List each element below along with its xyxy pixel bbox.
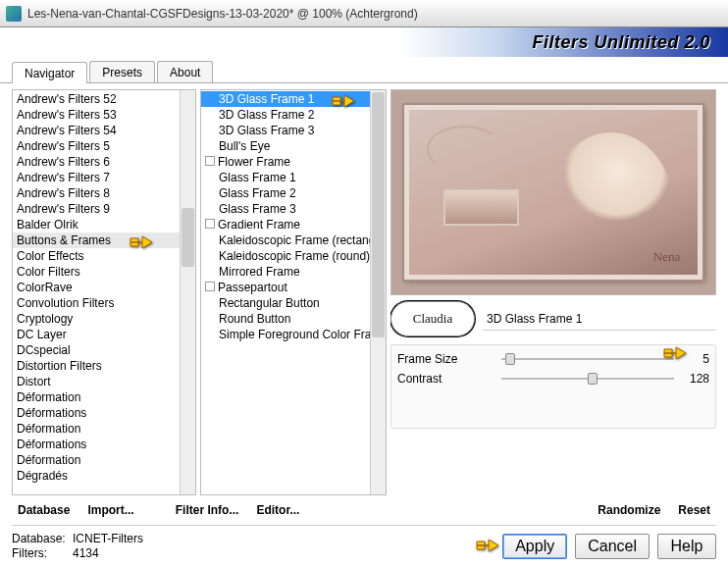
filter-list-pane: 3D Glass Frame 13D Glass Frame 23D Glass… <box>200 89 387 495</box>
slider-thumb[interactable] <box>505 353 515 365</box>
list-item[interactable]: Kaleidoscopic Frame (rectangular) <box>201 232 370 248</box>
author-badge: Claudia <box>390 301 475 336</box>
import-link[interactable]: Import... <box>81 501 139 519</box>
list-item[interactable]: Andrew's Filters 6 <box>13 154 180 170</box>
pointer-icon <box>662 343 688 363</box>
list-item[interactable]: Bull's Eye <box>201 138 370 154</box>
list-item[interactable]: Balder Olrik <box>13 217 180 232</box>
tree-toggle-icon[interactable] <box>205 156 215 166</box>
list-item[interactable]: Andrew's Filters 9 <box>13 201 180 217</box>
current-filter-title: 3D Glass Frame 1 <box>483 308 716 331</box>
filter-title-row: Claudia 3D Glass Frame 1 <box>390 299 716 338</box>
help-button[interactable]: Help <box>657 534 716 559</box>
brand-text: Filters Unlimited 2.0 <box>532 32 710 53</box>
editor-link[interactable]: Editor... <box>250 501 305 519</box>
dialog-button-row: Database:ICNET-Filters Filters:4134 Appl… <box>0 526 728 566</box>
app-window: Les-Nena-van-Chantal-CGSFDesigns-13-03-2… <box>0 0 728 567</box>
status-db-label: Database: <box>12 532 73 545</box>
database-link[interactable]: Database <box>12 501 76 519</box>
category-scrollbar[interactable] <box>180 90 195 494</box>
titlebar[interactable]: Les-Nena-van-Chantal-CGSFDesigns-13-03-2… <box>0 0 728 27</box>
list-item[interactable]: Andrew's Filters 52 <box>13 91 180 107</box>
list-item[interactable]: Round Button <box>201 311 370 327</box>
list-item[interactable]: DC Layer <box>13 327 180 342</box>
tab-strip: Navigator Presets About <box>0 57 728 83</box>
signature-text: Nena <box>653 249 680 265</box>
list-item[interactable]: Passepartout <box>201 280 370 295</box>
brand-bar: Filters Unlimited 2.0 <box>0 27 728 57</box>
list-item[interactable]: Mirrored Frame <box>201 264 370 280</box>
preview-image: Nena <box>390 89 716 295</box>
tab-presets[interactable]: Presets <box>89 61 155 82</box>
inner-frame <box>443 189 518 226</box>
filter-scrollbar[interactable] <box>370 90 386 494</box>
slider-contrast[interactable]: Contrast 128 <box>397 369 709 388</box>
cancel-button[interactable]: Cancel <box>575 534 650 559</box>
list-item[interactable]: Distort <box>13 374 180 389</box>
list-item[interactable]: 3D Glass Frame 3 <box>201 123 370 138</box>
list-item[interactable]: Andrew's Filters 7 <box>13 170 180 185</box>
sliders-panel: Frame Size 5 Contrast 128 <box>390 344 716 429</box>
tree-toggle-icon[interactable] <box>205 282 215 291</box>
list-item[interactable]: Glass Frame 1 <box>201 170 370 185</box>
list-item[interactable]: Déformation <box>13 452 180 468</box>
preview-pane: Nena Claudia 3D Glass Frame 1 Frame Size… <box>390 89 716 495</box>
tree-toggle-icon[interactable] <box>205 219 215 229</box>
list-item[interactable]: Andrew's Filters 8 <box>13 185 180 201</box>
slider-thumb[interactable] <box>588 373 598 385</box>
list-item[interactable]: Kaleidoscopic Frame (round) <box>201 248 370 264</box>
filter-info-link[interactable]: Filter Info... <box>170 501 245 519</box>
slider-label: Contrast <box>397 372 495 386</box>
list-item[interactable]: Convolution Filters <box>13 295 180 311</box>
pointer-icon <box>129 232 154 252</box>
slider-label: Frame Size <box>397 352 495 366</box>
list-item[interactable]: Color Filters <box>13 264 180 280</box>
list-item[interactable]: Rectangular Button <box>201 295 370 311</box>
list-item[interactable]: Andrew's Filters 5 <box>13 138 180 154</box>
list-item[interactable]: Déformation <box>13 421 180 437</box>
list-item[interactable]: Cryptology <box>13 311 180 327</box>
slider-track[interactable] <box>501 378 674 380</box>
preview-content: Nena <box>404 105 702 281</box>
status-db-value: ICNET-Filters <box>73 532 143 545</box>
scroll-thumb[interactable] <box>182 208 194 267</box>
list-item[interactable]: DCspecial <box>13 342 180 358</box>
list-item[interactable]: Dégradés <box>13 468 180 484</box>
pointer-icon <box>331 91 356 111</box>
list-item[interactable]: Flower Frame <box>201 154 370 170</box>
pointer-icon <box>475 536 500 555</box>
status-filters-label: Filters: <box>12 546 73 560</box>
list-item[interactable]: Déformations <box>13 437 180 452</box>
list-item[interactable]: Gradient Frame <box>201 217 370 232</box>
randomize-link[interactable]: Randomize <box>592 501 666 519</box>
category-list-pane: Andrew's Filters 52Andrew's Filters 53An… <box>12 89 196 495</box>
app-icon <box>6 6 22 22</box>
list-item[interactable]: Distortion Filters <box>13 358 180 374</box>
category-listbox[interactable]: Andrew's Filters 52Andrew's Filters 53An… <box>13 90 180 494</box>
list-item[interactable]: ColorRave <box>13 280 180 295</box>
list-item[interactable]: Déformation <box>13 389 180 405</box>
apply-button[interactable]: Apply <box>502 534 567 559</box>
status-filters-value: 4134 <box>73 546 99 560</box>
list-item[interactable]: Glass Frame 3 <box>201 201 370 217</box>
list-item[interactable]: Buttons & Frames <box>13 232 180 248</box>
slider-value: 128 <box>680 372 709 386</box>
decoration-swirl <box>427 126 501 172</box>
link-button-row: Database Import... Filter Info... Editor… <box>0 495 728 525</box>
list-item[interactable]: Color Effects <box>13 248 180 264</box>
status-bar: Database:ICNET-Filters Filters:4134 <box>12 532 494 560</box>
list-item[interactable]: Glass Frame 2 <box>201 185 370 201</box>
list-item[interactable]: Andrew's Filters 53 <box>13 107 180 123</box>
slider-track[interactable] <box>501 358 674 360</box>
main-area: Andrew's Filters 52Andrew's Filters 53An… <box>0 83 728 495</box>
reset-link[interactable]: Reset <box>672 501 716 519</box>
tab-about[interactable]: About <box>157 61 213 82</box>
window-title: Les-Nena-van-Chantal-CGSFDesigns-13-03-2… <box>27 7 418 21</box>
list-item[interactable]: Simple Foreground Color Frame <box>201 327 370 342</box>
list-item[interactable]: Déformations <box>13 405 180 421</box>
portrait-head <box>547 132 674 262</box>
filter-listbox[interactable]: 3D Glass Frame 13D Glass Frame 23D Glass… <box>201 90 370 494</box>
scroll-thumb[interactable] <box>372 92 385 337</box>
list-item[interactable]: Andrew's Filters 54 <box>13 123 180 138</box>
tab-navigator[interactable]: Navigator <box>12 62 87 83</box>
